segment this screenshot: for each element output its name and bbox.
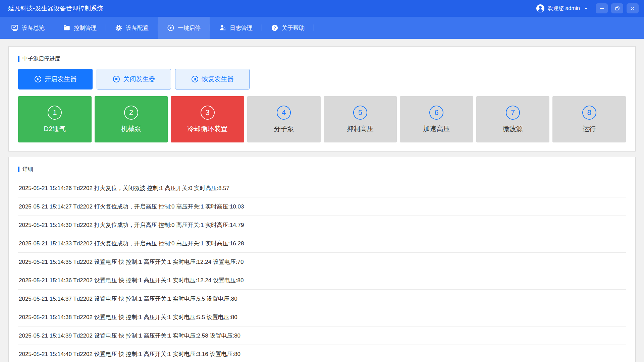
step-label: 冷却循环装置 [187,124,228,133]
log-panel-header: 详细 [18,166,626,173]
step-number-badge: 3 [201,106,215,120]
main-content: 中子源启停进度 开启发生器 关闭发生器 恢复发生器 1 D2通气 2 [0,39,644,362]
button-label: 关闭发生器 [123,75,155,83]
nav-label: 一键启停 [178,24,201,32]
step-card-running: 8 运行 [552,96,626,142]
step-number-badge: 5 [353,106,367,120]
dashboard-icon [11,24,18,32]
user-menu[interactable]: 欢迎您 admin [536,4,588,13]
step-label: D2通气 [44,124,66,133]
pause-circle-icon [191,75,199,83]
log-entry: 2025-05-21 15:14:35 Td2202 设置电压 快 控制:1 高… [18,253,626,271]
step-number-badge: 4 [277,106,291,120]
close-button[interactable] [627,3,639,13]
button-label: 开启发生器 [45,75,77,83]
step-label: 微波源 [503,124,523,133]
step-number-badge: 7 [506,106,520,120]
nav-item-log-management[interactable]: 日志管理 [210,17,262,39]
generator-action-row: 开启发生器 关闭发生器 恢复发生器 [18,69,626,89]
log-entry: 2025-05-21 15:14:26 Td2202 打火复位，关闭微波 控制:… [18,179,626,197]
nav-item-control-management[interactable]: 控制管理 [54,17,106,39]
step-card-suppression-hv: 5 抑制高压 [324,96,397,142]
step-label: 分子泵 [274,124,294,133]
nav-item-device-config[interactable]: 设备配置 [106,17,158,39]
step-number-badge: 2 [124,106,138,120]
step-card-acceleration-hv: 6 加速高压 [400,96,473,142]
gear-icon [115,24,122,32]
log-entry: 2025-05-21 15:14:30 Td2202 打火复位成功，开启高压 控… [18,216,626,234]
log-panel-title: 详细 [22,166,33,173]
log-entry: 2025-05-21 15:14:37 Td2202 设置电压 快 控制:1 高… [18,290,626,308]
log-panel: 详细 2025-05-21 15:14:26 Td2202 打火复位，关闭微波 … [8,157,636,362]
progress-panel-header: 中子源启停进度 [18,55,626,62]
step-card-mechanical-pump: 2 机械泵 [95,96,168,142]
log-entry: 2025-05-21 15:14:39 Td2202 设置电压 快 控制:1 高… [18,326,626,345]
resume-generator-button[interactable]: 恢复发生器 [175,69,250,89]
log-entry: 2025-05-21 15:14:38 Td2202 设置电压 快 控制:1 高… [18,308,626,326]
step-number-badge: 8 [582,106,596,120]
nav-item-about-help[interactable]: ? 关于帮助 [262,17,314,39]
step-card-microwave-source: 7 微波源 [476,96,550,142]
step-label: 抑制高压 [347,124,374,133]
nav-item-one-key-start-stop[interactable]: 一键启停 [158,17,210,39]
step-number-badge: 6 [429,106,443,120]
progress-panel: 中子源启停进度 开启发生器 关闭发生器 恢复发生器 1 D2通气 2 [8,46,636,152]
user-greeting: 欢迎您 admin [548,5,580,12]
app-title: 延凡科技-发生器设备管理控制系统 [8,4,103,12]
step-card-cooling-cycle: 3 冷却循环装置 [171,96,244,142]
step-card-molecular-pump: 4 分子泵 [247,96,321,142]
chevron-down-icon [584,6,588,11]
nav-label: 设备配置 [126,24,149,32]
nav-label: 控制管理 [74,24,97,32]
log-entry: 2025-05-21 15:14:36 Td2202 设置电压 快 控制:1 高… [18,271,626,290]
stop-generator-button[interactable]: 关闭发生器 [97,69,171,89]
step-label: 加速高压 [423,124,450,133]
step-number-badge: 1 [48,106,62,120]
restore-icon [615,6,620,11]
folder-icon [63,24,70,32]
titlebar-right: 欢迎您 admin [536,3,639,13]
restore-button[interactable] [611,3,623,13]
window-controls [596,3,639,13]
minimize-button[interactable] [596,3,608,13]
nav-item-device-overview[interactable]: 设备总览 [2,17,54,39]
minimize-icon [599,6,604,11]
progress-panel-title: 中子源启停进度 [22,55,60,62]
stop-circle-icon [113,75,120,83]
button-label: 恢复发生器 [202,75,234,83]
play-circle-icon [167,24,174,32]
step-label: 机械泵 [121,124,141,133]
log-entry: 2025-05-21 15:14:33 Td2202 打火复位成功，开启高压 控… [18,234,626,253]
svg-text:?: ? [273,25,276,31]
log-list: 2025-05-21 15:14:26 Td2202 打火复位，关闭微波 控制:… [18,179,626,362]
start-generator-button[interactable]: 开启发生器 [18,69,93,89]
log-entry: 2025-05-21 15:14:27 Td2202 打火复位成功，开启高压 控… [18,197,626,216]
step-card-d2-vent: 1 D2通气 [18,96,92,142]
help-icon: ? [271,24,278,32]
startup-steps: 1 D2通气 2 机械泵 3 冷却循环装置 4 分子泵 5 抑制高压 6 加速高… [18,96,626,142]
log-entry: 2025-05-21 15:14:40 Td2202 设置电压 快 控制:1 高… [18,345,626,362]
section-accent-bar [18,56,19,62]
close-icon [630,6,635,11]
user-lock-icon [219,24,226,32]
avatar [536,4,545,13]
nav-label: 关于帮助 [282,24,305,32]
step-label: 运行 [583,124,596,133]
nav-label: 日志管理 [230,24,253,32]
navbar: 设备总览 控制管理 设备配置 一键启停 日志管理 ? 关于帮助 [0,17,644,39]
play-circle-icon [34,75,42,83]
nav-label: 设备总览 [22,24,45,32]
titlebar: 延凡科技-发生器设备管理控制系统 欢迎您 admin [0,0,644,17]
nav-divider [314,24,314,31]
section-accent-bar [18,167,19,172]
